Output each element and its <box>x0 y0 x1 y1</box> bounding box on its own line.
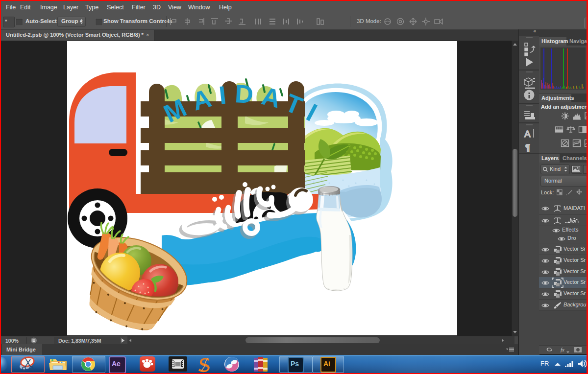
svg-text:fx: fx <box>561 347 564 352</box>
svg-text:A: A <box>524 129 531 139</box>
svg-text:¶: ¶ <box>525 143 530 153</box>
